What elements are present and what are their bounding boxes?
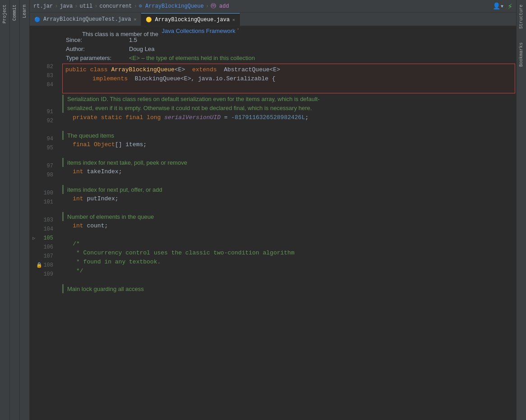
line-num-94: 94 [30, 134, 57, 143]
line-num-author [30, 44, 57, 53]
code-line-108: */ [59, 266, 516, 275]
ser-comment-1: Serialization ID. This class relies on d… [67, 95, 320, 104]
line-num-83: 83 [30, 71, 57, 80]
main-lock-text: Main lock guarding all access [67, 284, 144, 293]
code-line-103: int count; [59, 221, 516, 230]
code-line-100: int putIndex; [59, 194, 516, 203]
class-decl-line-84 [65, 83, 512, 92]
tab-test-close[interactable]: ✕ [134, 17, 136, 22]
learn-panel-strip: Learn [20, 0, 30, 420]
breadcrumb-util: util [79, 3, 92, 9]
tabs-bar: 🔵 ArrayBlockingQueueTest.java ✕ 🟡 ArrayB… [30, 13, 516, 26]
code-line-92 [59, 122, 516, 131]
menu-icon[interactable]: ⚡ [508, 1, 512, 11]
breadcrumb-sep-3: › [94, 3, 97, 9]
code-line-101 [59, 203, 516, 212]
code-line-95 [59, 149, 516, 158]
class-declaration-box: public class ArrayBlockingQueue<E> exten… [62, 64, 515, 93]
class-decl-line-83: implements BlockingQueue<E>, java.io.Ser… [65, 74, 512, 83]
queued-items-text: The queued items [67, 131, 114, 140]
code-view: 82 83 84 91 92 94 95 97 98 100 101 103 1… [30, 26, 516, 420]
code-line-106: * Concurrency control uses the classic t… [59, 248, 516, 257]
breadcrumb-sep-4: › [134, 3, 137, 9]
line-num-91: 91 [30, 107, 57, 116]
queued-items-comment: The queued items [62, 131, 516, 140]
line-num-take-c [30, 152, 57, 162]
meta-author-row: Author: Doug Lea [59, 44, 516, 53]
line-num-ser1 [30, 89, 57, 98]
line-num-97: 97 [30, 162, 57, 171]
line-num-items-c [30, 125, 57, 134]
put-index-text: items index for next put, offer, or add [67, 185, 162, 194]
code-line-107: * found in any textbook. [59, 257, 516, 266]
line-num-doc [30, 26, 57, 35]
main-area: rt.jar › java › util › concurrent › ⊙ Ar… [30, 0, 516, 420]
line-number-gutter: 82 83 84 91 92 94 95 97 98 100 101 103 1… [30, 26, 57, 420]
meta-type-row: Type parameters: <E> – the type of eleme… [59, 53, 516, 62]
line-num-98: 98 [30, 171, 57, 180]
tab-test-label: ArrayBlockingQueueTest.java [43, 16, 131, 23]
title-bar-right: 👤▾ ⚡ [493, 1, 512, 11]
code-line-109 [59, 275, 516, 284]
count-text: Number of elements in the queue [67, 212, 154, 221]
source-file-icon: 🟡 [146, 17, 152, 23]
line-num-103: 103 [30, 216, 57, 225]
line-num-mainlock-c [30, 279, 57, 288]
line-num-107: 107 [30, 252, 57, 261]
code-content[interactable]: This class is a member of the Java Colle… [57, 26, 516, 420]
meta-since-row: Since: 1.5 [59, 35, 516, 44]
line-num-type [30, 53, 57, 62]
line-num-105: 105 ▷ [30, 234, 57, 243]
editor-area: 82 83 84 91 92 94 95 97 98 100 101 103 1… [30, 26, 516, 420]
serialization-comment: Serialization ID. This class relies on d… [62, 95, 516, 113]
put-index-comment: items index for next put, offer, or add [62, 185, 516, 194]
breadcrumb-sep-5: › [206, 3, 209, 9]
project-panel-strip: Project [0, 0, 10, 420]
breadcrumb-sep-1: › [55, 3, 58, 9]
breadcrumb: rt.jar › java › util › concurrent › ⊙ Ar… [33, 2, 229, 10]
class-decl-line-82: public class ArrayBlockingQueue<E> exten… [65, 65, 512, 74]
line-num-108: 🔒108 [30, 261, 57, 270]
take-index-text: items index for next take, poll, peek or… [67, 158, 187, 167]
line-num-84: 84 [30, 80, 57, 89]
line-num-95: 95 [30, 143, 57, 152]
commit-panel-label[interactable]: Commit [12, 5, 17, 21]
code-line-97: int takeIndex; [59, 167, 516, 176]
code-line-105: /* [59, 239, 516, 248]
right-panels: Structure Bookmarks [516, 0, 526, 420]
tab-source[interactable]: 🟡 ArrayBlockingQueue.java ✕ [141, 13, 240, 26]
test-file-icon: 🔵 [34, 17, 41, 23]
line-num-104: 104 [30, 225, 57, 234]
breadcrumb-sep-2: › [74, 3, 78, 9]
tab-source-close[interactable]: ✕ [232, 17, 235, 23]
line-num-100: 100 [30, 189, 57, 198]
ser-comment-2: serialized, even if it is empty. Otherwi… [67, 104, 320, 113]
main-lock-comment: Main lock guarding all access [62, 284, 516, 293]
doc-intro-line: This class is a member of the Java Colle… [59, 26, 516, 35]
tab-test[interactable]: 🔵 ArrayBlockingQueueTest.java ✕ [30, 13, 141, 26]
line-num-92: 92 [30, 116, 57, 125]
line-num-101: 101 [30, 198, 57, 207]
bookmarks-panel-label[interactable]: Bookmarks [519, 42, 524, 67]
line-num-82: 82 [30, 62, 57, 71]
project-panel-label[interactable]: Project [2, 5, 7, 23]
code-line-98 [59, 176, 516, 185]
line-num-put-c [30, 180, 57, 189]
take-index-comment: items index for next take, poll, peek or… [62, 158, 516, 167]
line-num-since [30, 35, 57, 44]
code-line-94: final Object[] items; [59, 140, 516, 149]
learn-panel-label[interactable]: Learn [22, 5, 27, 18]
count-comment: Number of elements in the queue [62, 212, 516, 221]
tab-source-label: ArrayBlockingQueue.java [155, 17, 230, 23]
breadcrumb-method: ⓜ add [211, 2, 229, 10]
breadcrumb-java: java [60, 3, 73, 9]
structure-panel-label[interactable]: Structure [519, 5, 524, 29]
line-num-109: 109 [30, 270, 57, 279]
line-num-count-c [30, 207, 57, 216]
user-icon[interactable]: 👤▾ [493, 2, 504, 10]
code-line-104 [59, 230, 516, 239]
line-num-106: 106 [30, 243, 57, 252]
line-num-ser2 [30, 98, 57, 107]
fold-icon-105[interactable]: ▷ [32, 235, 35, 241]
title-bar: rt.jar › java › util › concurrent › ⊙ Ar… [30, 0, 516, 13]
